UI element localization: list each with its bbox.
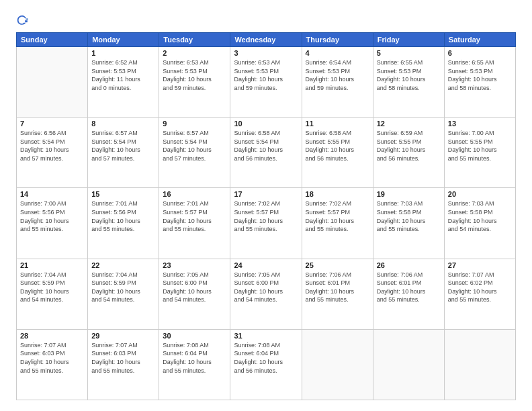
weekday-header-saturday: Saturday <box>444 33 515 47</box>
day-number: 3 <box>234 49 298 57</box>
day-cell: 7Sunrise: 6:56 AM Sunset: 5:54 PM Daylig… <box>17 118 88 188</box>
day-cell: 4Sunrise: 6:54 AM Sunset: 5:53 PM Daylig… <box>302 47 373 118</box>
day-info: Sunrise: 6:53 AM Sunset: 5:53 PM Dayligh… <box>163 58 226 92</box>
week-row-4: 21Sunrise: 7:04 AM Sunset: 5:59 PM Dayli… <box>17 259 516 329</box>
day-info: Sunrise: 6:54 AM Sunset: 5:53 PM Dayligh… <box>306 58 369 92</box>
day-cell: 17Sunrise: 7:02 AM Sunset: 5:57 PM Dayli… <box>230 188 302 259</box>
day-number: 31 <box>234 332 298 340</box>
day-number: 13 <box>448 120 512 128</box>
day-cell <box>373 329 444 400</box>
weekday-header-monday: Monday <box>88 33 159 47</box>
day-info: Sunrise: 7:02 AM Sunset: 5:57 PM Dayligh… <box>306 199 369 233</box>
day-cell: 10Sunrise: 6:58 AM Sunset: 5:54 PM Dayli… <box>230 118 302 188</box>
header <box>16 13 516 26</box>
day-info: Sunrise: 7:06 AM Sunset: 6:01 PM Dayligh… <box>306 271 369 304</box>
weekday-header-wednesday: Wednesday <box>230 33 302 47</box>
day-cell: 20Sunrise: 7:03 AM Sunset: 5:58 PM Dayli… <box>444 188 515 259</box>
day-cell: 24Sunrise: 7:05 AM Sunset: 6:00 PM Dayli… <box>230 259 302 329</box>
week-row-2: 7Sunrise: 6:56 AM Sunset: 5:54 PM Daylig… <box>17 118 516 188</box>
day-number: 11 <box>306 120 369 128</box>
day-info: Sunrise: 6:57 AM Sunset: 5:54 PM Dayligh… <box>91 129 155 163</box>
day-number: 5 <box>377 49 441 57</box>
day-cell: 1Sunrise: 6:52 AM Sunset: 5:53 PM Daylig… <box>88 47 159 118</box>
day-cell: 25Sunrise: 7:06 AM Sunset: 6:01 PM Dayli… <box>302 259 373 329</box>
day-cell: 30Sunrise: 7:08 AM Sunset: 6:04 PM Dayli… <box>159 329 230 400</box>
day-info: Sunrise: 6:52 AM Sunset: 5:53 PM Dayligh… <box>91 58 155 92</box>
day-number: 29 <box>91 332 155 340</box>
day-info: Sunrise: 6:58 AM Sunset: 5:54 PM Dayligh… <box>234 129 298 163</box>
day-number: 25 <box>306 261 369 269</box>
day-info: Sunrise: 6:55 AM Sunset: 5:53 PM Dayligh… <box>448 58 512 92</box>
day-cell: 29Sunrise: 7:07 AM Sunset: 6:03 PM Dayli… <box>88 329 159 400</box>
day-cell: 12Sunrise: 6:59 AM Sunset: 5:55 PM Dayli… <box>373 118 444 188</box>
day-info: Sunrise: 6:55 AM Sunset: 5:53 PM Dayligh… <box>377 58 441 92</box>
calendar-table: SundayMondayTuesdayWednesdayThursdayFrid… <box>16 32 516 400</box>
day-number: 24 <box>234 261 298 269</box>
day-number: 1 <box>91 49 155 57</box>
day-number: 23 <box>163 261 226 269</box>
day-number: 8 <box>91 120 155 128</box>
day-cell: 26Sunrise: 7:06 AM Sunset: 6:01 PM Dayli… <box>373 259 444 329</box>
week-row-1: 1Sunrise: 6:52 AM Sunset: 5:53 PM Daylig… <box>17 47 516 118</box>
week-row-3: 14Sunrise: 7:00 AM Sunset: 5:56 PM Dayli… <box>17 188 516 259</box>
day-number: 17 <box>234 190 298 198</box>
day-number: 30 <box>163 332 226 340</box>
day-cell: 8Sunrise: 6:57 AM Sunset: 5:54 PM Daylig… <box>88 118 159 188</box>
day-cell: 22Sunrise: 7:04 AM Sunset: 5:59 PM Dayli… <box>88 259 159 329</box>
day-info: Sunrise: 7:02 AM Sunset: 5:57 PM Dayligh… <box>234 199 298 233</box>
day-cell: 3Sunrise: 6:53 AM Sunset: 5:53 PM Daylig… <box>230 47 302 118</box>
day-number: 22 <box>91 261 155 269</box>
day-cell <box>302 329 373 400</box>
day-info: Sunrise: 6:56 AM Sunset: 5:54 PM Dayligh… <box>20 129 84 163</box>
day-info: Sunrise: 7:06 AM Sunset: 6:01 PM Dayligh… <box>377 271 441 304</box>
day-info: Sunrise: 7:03 AM Sunset: 5:58 PM Dayligh… <box>377 199 441 233</box>
weekday-header-thursday: Thursday <box>302 33 373 47</box>
day-number: 9 <box>163 120 226 128</box>
day-number: 28 <box>20 332 84 340</box>
day-info: Sunrise: 7:07 AM Sunset: 6:03 PM Dayligh… <box>20 341 84 375</box>
logo <box>16 13 31 26</box>
day-info: Sunrise: 7:03 AM Sunset: 5:58 PM Dayligh… <box>448 199 512 233</box>
day-info: Sunrise: 7:00 AM Sunset: 5:56 PM Dayligh… <box>20 199 84 233</box>
day-info: Sunrise: 7:07 AM Sunset: 6:03 PM Dayligh… <box>91 341 155 375</box>
day-number: 15 <box>91 190 155 198</box>
day-number: 2 <box>163 49 226 57</box>
day-number: 7 <box>20 120 84 128</box>
day-cell <box>17 47 88 118</box>
day-cell: 6Sunrise: 6:55 AM Sunset: 5:53 PM Daylig… <box>444 47 515 118</box>
day-cell: 23Sunrise: 7:05 AM Sunset: 6:00 PM Dayli… <box>159 259 230 329</box>
weekday-header-friday: Friday <box>373 33 444 47</box>
day-number: 16 <box>163 190 226 198</box>
day-cell: 5Sunrise: 6:55 AM Sunset: 5:53 PM Daylig… <box>373 47 444 118</box>
day-cell: 31Sunrise: 7:08 AM Sunset: 6:04 PM Dayli… <box>230 329 302 400</box>
day-cell: 14Sunrise: 7:00 AM Sunset: 5:56 PM Dayli… <box>17 188 88 259</box>
day-info: Sunrise: 7:05 AM Sunset: 6:00 PM Dayligh… <box>234 271 298 304</box>
day-cell: 16Sunrise: 7:01 AM Sunset: 5:57 PM Dayli… <box>159 188 230 259</box>
day-info: Sunrise: 7:01 AM Sunset: 5:56 PM Dayligh… <box>91 199 155 233</box>
day-info: Sunrise: 6:57 AM Sunset: 5:54 PM Dayligh… <box>163 129 226 163</box>
day-number: 26 <box>377 261 441 269</box>
day-cell: 9Sunrise: 6:57 AM Sunset: 5:54 PM Daylig… <box>159 118 230 188</box>
weekday-header-sunday: Sunday <box>17 33 88 47</box>
day-cell: 28Sunrise: 7:07 AM Sunset: 6:03 PM Dayli… <box>17 329 88 400</box>
day-info: Sunrise: 6:53 AM Sunset: 5:53 PM Dayligh… <box>234 58 298 92</box>
day-cell: 27Sunrise: 7:07 AM Sunset: 6:02 PM Dayli… <box>444 259 515 329</box>
week-row-5: 28Sunrise: 7:07 AM Sunset: 6:03 PM Dayli… <box>17 329 516 400</box>
day-info: Sunrise: 7:05 AM Sunset: 6:00 PM Dayligh… <box>163 271 226 304</box>
day-cell: 15Sunrise: 7:01 AM Sunset: 5:56 PM Dayli… <box>88 188 159 259</box>
day-cell: 13Sunrise: 7:00 AM Sunset: 5:55 PM Dayli… <box>444 118 515 188</box>
day-number: 19 <box>377 190 441 198</box>
day-info: Sunrise: 7:08 AM Sunset: 6:04 PM Dayligh… <box>163 341 226 375</box>
day-cell: 21Sunrise: 7:04 AM Sunset: 5:59 PM Dayli… <box>17 259 88 329</box>
day-info: Sunrise: 6:59 AM Sunset: 5:55 PM Dayligh… <box>377 129 441 163</box>
day-number: 18 <box>306 190 369 198</box>
day-number: 14 <box>20 190 84 198</box>
day-cell: 11Sunrise: 6:58 AM Sunset: 5:55 PM Dayli… <box>302 118 373 188</box>
day-cell: 18Sunrise: 7:02 AM Sunset: 5:57 PM Dayli… <box>302 188 373 259</box>
day-info: Sunrise: 7:07 AM Sunset: 6:02 PM Dayligh… <box>448 271 512 304</box>
day-info: Sunrise: 7:04 AM Sunset: 5:59 PM Dayligh… <box>20 271 84 304</box>
day-number: 10 <box>234 120 298 128</box>
day-info: Sunrise: 7:01 AM Sunset: 5:57 PM Dayligh… <box>163 199 226 233</box>
day-info: Sunrise: 6:58 AM Sunset: 5:55 PM Dayligh… <box>306 129 369 163</box>
day-cell: 19Sunrise: 7:03 AM Sunset: 5:58 PM Dayli… <box>373 188 444 259</box>
